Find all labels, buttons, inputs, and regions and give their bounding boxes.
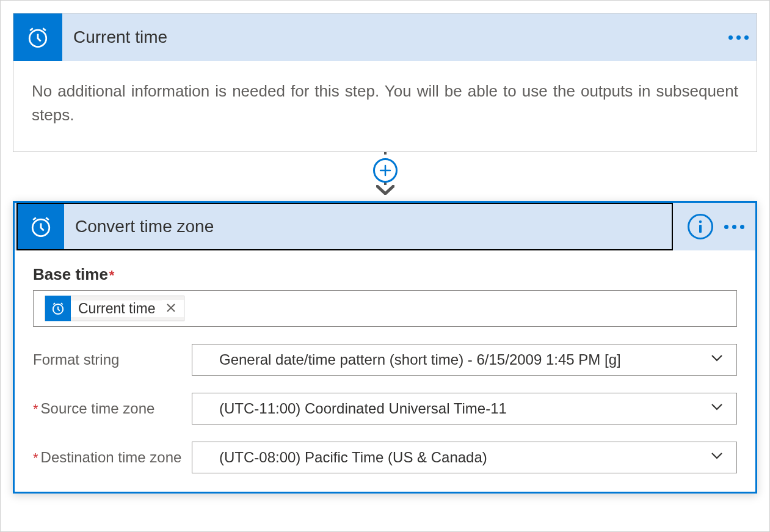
step-title: Current time [62,27,720,47]
clock-icon [13,13,62,61]
step-card-convert-time-zone: Convert time zone Base time* [13,201,757,494]
select-value: (UTC-11:00) Coordinated Universal Time-1… [219,400,507,417]
chevron-down-icon [710,399,724,418]
info-icon[interactable] [688,214,713,239]
step-title: Convert time zone [64,217,672,236]
source-time-zone-select[interactable]: (UTC-11:00) Coordinated Universal Time-1… [192,393,737,425]
connector [13,152,757,201]
svg-point-2 [699,220,702,223]
base-time-input[interactable]: Current time [33,290,737,327]
select-value: (UTC-08:00) Pacific Time (US & Canada) [219,449,487,466]
select-value: General date/time pattern (short time) -… [219,351,621,368]
add-step-button[interactable] [373,158,398,183]
svg-rect-3 [699,225,702,233]
chevron-down-icon [710,351,724,369]
step-form: Base time* Current time [15,250,755,492]
chevron-down-icon [710,448,724,467]
more-menu-button[interactable] [720,13,757,61]
format-string-label: Format string [33,351,192,368]
workflow-canvas: Current time No additional information i… [0,0,770,532]
token-label: Current time [71,301,162,317]
format-string-select[interactable]: General date/time pattern (short time) -… [192,344,737,376]
base-time-label: Base time* [33,265,737,284]
arrow-down-icon [376,185,394,195]
clock-icon [45,296,71,321]
destination-time-zone-label: *Destination time zone [33,449,192,466]
step-header[interactable]: Convert time zone [15,203,755,250]
destination-time-zone-select[interactable]: (UTC-08:00) Pacific Time (US & Canada) [192,442,737,473]
token-remove-button[interactable] [162,300,184,317]
clock-icon [18,204,64,249]
dynamic-content-token[interactable]: Current time [45,296,184,321]
source-time-zone-label: *Source time zone [33,400,192,417]
step-header[interactable]: Current time [13,13,757,61]
step-card-current-time: Current time No additional information i… [13,13,757,152]
step-info-text: No additional information is needed for … [32,79,738,127]
step-body: No additional information is needed for … [13,61,757,151]
more-menu-button[interactable] [724,225,744,229]
